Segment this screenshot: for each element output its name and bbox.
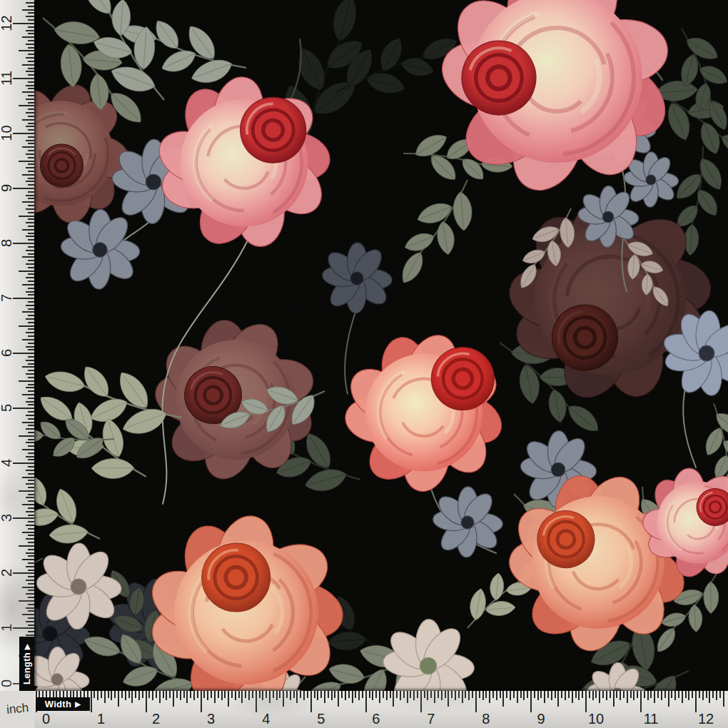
ruler-tick — [623, 691, 625, 698]
ruler-tick — [699, 691, 700, 698]
ruler-tick — [303, 691, 305, 700]
ruler-tick — [502, 691, 504, 707]
ruler-tick — [13, 133, 34, 134]
ruler-tick — [169, 691, 171, 698]
ruler-tick — [28, 198, 35, 199]
ruler-tick — [685, 691, 687, 698]
ruler-tick — [13, 462, 34, 464]
ruler-tick — [26, 112, 35, 113]
ruler-tick — [589, 691, 590, 698]
width-tag: Width ▶ — [36, 697, 90, 711]
ruler-tick — [28, 473, 35, 475]
ruler-tick — [13, 353, 34, 354]
ruler-tick — [19, 271, 34, 272]
ruler-tick — [28, 418, 35, 420]
ruler-tick — [523, 691, 525, 700]
ruler-tick — [190, 691, 191, 698]
ruler-tick — [26, 195, 35, 196]
ruler-tick — [28, 288, 35, 289]
ruler-tick — [26, 181, 35, 182]
ruler-tick — [26, 263, 35, 265]
ruler-tick — [273, 691, 274, 698]
ruler-tick — [28, 439, 35, 440]
ruler-corner: inch — [0, 691, 34, 728]
ruler-tick — [500, 691, 501, 698]
ruler-tick — [544, 691, 545, 703]
ruler-tick — [485, 691, 487, 698]
ruler-tick — [22, 477, 34, 478]
ruler-tick — [13, 188, 34, 189]
ruler-tick — [104, 691, 106, 703]
ruler-tick — [647, 691, 649, 700]
ruler-tick — [28, 150, 35, 151]
ruler-tick — [26, 318, 35, 320]
ruler-tick — [26, 566, 35, 567]
ruler-tick — [455, 691, 456, 700]
ruler-tick — [22, 9, 34, 11]
ruler-tick — [695, 691, 697, 712]
ruler-tick — [26, 360, 35, 361]
ruler-tick — [492, 691, 494, 698]
ruler-tick — [28, 233, 35, 234]
ruler-tick — [606, 691, 607, 700]
ruler-tick — [379, 691, 380, 703]
ruler-tick — [410, 691, 411, 698]
ruler-tick — [214, 691, 216, 703]
ruler-tick — [28, 384, 35, 385]
ruler-tick — [417, 691, 418, 698]
ruler-tick — [517, 691, 518, 703]
ruler-number: 6 — [0, 343, 15, 364]
ruler-tick — [28, 576, 35, 577]
ruler-tick — [28, 68, 35, 69]
horizontal-ruler: 0123456789101112 Width ▶ — [34, 691, 728, 728]
inch-unit-label: inch — [6, 700, 35, 717]
ruler-tick — [28, 404, 35, 405]
ruler-tick — [91, 691, 92, 712]
ruler-tick — [286, 691, 288, 698]
ruler-tick — [26, 470, 35, 471]
ruler-tick — [26, 607, 35, 609]
ruler-tick — [26, 401, 35, 403]
ruler-tick — [259, 691, 261, 698]
ruler-number: 1 — [0, 617, 15, 639]
ruler-tick — [266, 691, 267, 698]
ruler-tick — [28, 370, 35, 371]
ruler-tick — [28, 411, 35, 413]
ruler-tick — [362, 691, 363, 698]
ruler-number: 8 — [474, 711, 498, 727]
ruler-tick — [13, 243, 34, 244]
ruler-tick — [26, 57, 35, 59]
ruler-tick — [22, 587, 34, 588]
ruler-tick — [28, 445, 35, 447]
ruler-tick — [26, 167, 35, 168]
ruler-tick — [22, 532, 34, 533]
ruler-tick — [28, 226, 35, 227]
ruler-tick — [534, 691, 535, 698]
ruler-tick — [22, 91, 34, 93]
ruler-tick — [131, 691, 133, 703]
ruler-tick — [462, 691, 463, 703]
ruler-tick — [28, 108, 35, 110]
ruler-number: 9 — [0, 178, 15, 199]
ruler-tick — [430, 691, 432, 698]
ruler-tick — [448, 691, 449, 707]
ruler-tick — [310, 691, 312, 712]
ruler-tick — [28, 515, 35, 516]
ruler-tick — [156, 691, 157, 698]
ruler-tick — [28, 6, 35, 7]
ruler-tick — [28, 47, 35, 49]
ruler-tick — [28, 528, 35, 530]
ruler-tick — [671, 691, 672, 698]
ruler-tick — [252, 691, 253, 698]
ruler-tick — [26, 442, 35, 443]
ruler-tick — [716, 691, 717, 700]
ruler-tick — [445, 691, 446, 698]
ruler-tick — [557, 691, 559, 707]
ruler-tick — [26, 305, 35, 306]
ruler-tick — [438, 691, 439, 698]
vertical-ruler: 1211109876543210 Length ▶ — [0, 0, 34, 691]
ruler-tick — [19, 545, 34, 547]
ruler-tick — [28, 432, 35, 433]
ruler-tick — [709, 691, 710, 703]
ruler-tick — [269, 691, 271, 703]
